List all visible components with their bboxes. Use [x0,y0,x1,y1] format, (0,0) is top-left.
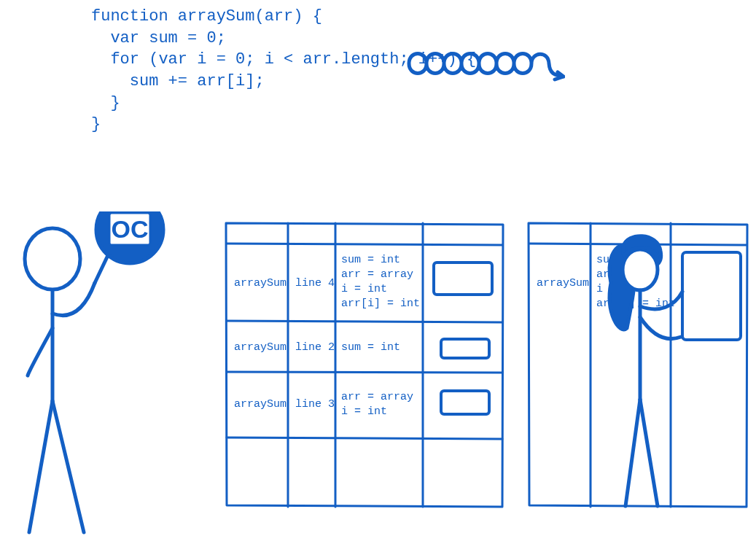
code-line: } [91,115,101,133]
cell-type: arr[i] = int [341,298,420,310]
svg-point-3 [623,249,658,290]
code-line: function arraySum(arr) { [91,7,322,26]
cell-fn: arraySum [234,277,287,289]
cell-line: line 3 [295,398,335,411]
shelf-slot-icon [441,391,489,414]
cell-type: i = int [341,405,387,418]
code-line: } [91,94,120,112]
oc-sign-label: OC [112,215,149,243]
optimization-cabinet-left: arraySum line 4 sum = int arr = array i … [222,219,507,510]
svg-point-0 [25,228,80,289]
diagram-root: function arraySum(arr) { var sum = 0; fo… [0,0,756,552]
stick-figure-oc: OC [7,211,211,552]
cell-type: sum = int [341,254,400,266]
cell-type: arr = array [341,391,413,403]
cell-fn: arraySum [234,341,287,354]
shelf-slot-icon [682,252,741,340]
code-line: var sum = 0; [91,29,226,47]
cell-fn: arraySum [234,398,287,411]
shelf-slot-icon [434,263,492,295]
code-line: sum += arr[i]; [91,72,265,90]
optimization-cabinet-right: arraySum sum arr = i = arr[i] = int [525,219,751,510]
cell-line: line 2 [295,341,335,354]
cell-type: arr = array [341,268,413,281]
cell-type: sum = int [341,341,400,354]
cell-line: line 4 [295,277,335,289]
shelf-slot-icon [441,339,489,358]
cell-type: i = int [341,283,387,295]
cell-fn: arraySum [537,277,589,289]
swirl-arrow-icon [405,40,565,84]
